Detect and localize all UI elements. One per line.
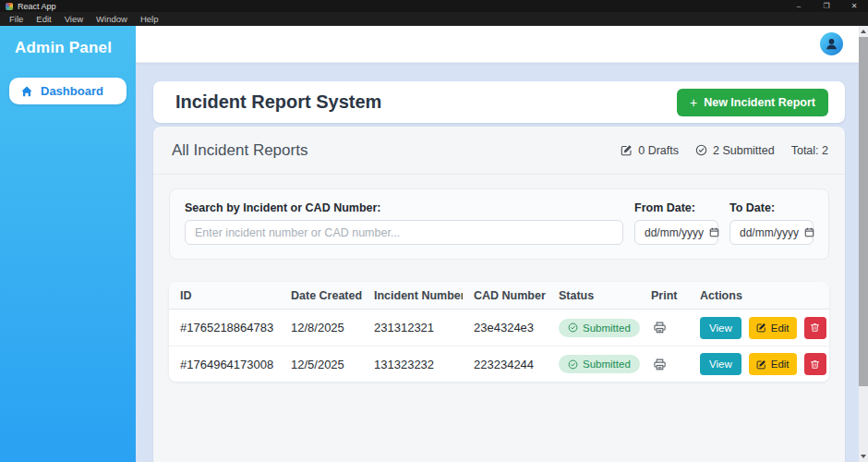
cell-date-created: 12/5/2025 [280, 358, 363, 371]
app-icon [6, 3, 13, 10]
search-label: Search by Incident or CAD Number: [185, 201, 623, 214]
cell-cad-number: 23e4324e3 [463, 321, 548, 334]
content-area: Incident Report System + New Incident Re… [136, 63, 859, 462]
menu-window[interactable]: Window [96, 14, 127, 24]
check-circle-icon [568, 322, 578, 333]
printer-icon [653, 321, 667, 334]
cell-status: Submitted [548, 319, 640, 337]
menu-edit[interactable]: Edit [36, 14, 51, 24]
main-area: Incident Report System + New Incident Re… [136, 26, 859, 462]
minimize-button[interactable]: – [785, 0, 813, 12]
restore-button[interactable]: ❐ [813, 0, 840, 12]
view-button[interactable]: View [700, 353, 741, 375]
cell-id: #1765218864783 [169, 321, 280, 334]
search-field-group: Search by Incident or CAD Number: [185, 201, 623, 245]
to-date-group: To Date: dd/mm/yyyy [729, 201, 814, 245]
cell-print [640, 321, 689, 334]
total-stat: Total: 2 [791, 144, 828, 157]
menu-file[interactable]: File [9, 14, 23, 24]
status-badge: Submitted [559, 319, 640, 337]
status-badge: Submitted [559, 355, 640, 373]
total-count: Total: 2 [791, 144, 828, 157]
cell-status: Submitted [548, 355, 640, 373]
search-input[interactable] [185, 220, 623, 245]
from-date-group: From Date: dd/mm/yyyy [634, 201, 718, 245]
drafts-count: 0 Drafts [638, 144, 679, 157]
app-body: Admin Panel Dashboard Incident Report Sy… [0, 26, 868, 462]
scrollbar-track[interactable] [859, 37, 868, 451]
sidebar-item-label: Dashboard [41, 84, 103, 98]
vertical-scrollbar[interactable] [859, 26, 868, 462]
table-header-row: ID Date Created Incident Number CAD Numb… [169, 282, 829, 310]
close-button[interactable]: ✕ [840, 0, 868, 12]
sidebar-title: Admin Panel [9, 37, 127, 57]
drafts-stat: 0 Drafts [621, 144, 679, 157]
sidebar-item-dashboard[interactable]: Dashboard [9, 78, 127, 104]
sidebar: Admin Panel Dashboard [0, 26, 136, 462]
top-bar [136, 26, 859, 63]
pencil-square-icon [756, 359, 766, 370]
cell-incident-number: 131323232 [363, 358, 463, 371]
edit-button[interactable]: Edit [749, 317, 797, 339]
to-date-input[interactable]: dd/mm/yyyy [729, 220, 814, 245]
house-icon [20, 85, 33, 98]
delete-button[interactable] [804, 317, 826, 339]
page-title: Incident Report System [175, 91, 381, 113]
user-avatar[interactable] [820, 32, 843, 55]
reports-section-header: All Incident Reports 0 Drafts 2 Submitte… [153, 127, 845, 175]
edit-label: Edit [771, 322, 790, 334]
scroll-up-arrow-icon[interactable] [859, 26, 868, 37]
menu-help[interactable]: Help [140, 14, 159, 24]
header-cad-number: CAD Number [463, 289, 548, 302]
check-circle-icon [568, 359, 578, 370]
scrollbar-thumb[interactable] [859, 37, 868, 386]
actions-group: View Edit [700, 353, 829, 375]
pencil-square-icon [621, 144, 633, 156]
print-button[interactable] [651, 321, 667, 334]
window-controls: – ❐ ✕ [785, 0, 868, 12]
cell-incident-number: 231312321 [363, 321, 463, 334]
status-label: Submitted [583, 359, 631, 370]
plus-icon: + [690, 98, 697, 107]
print-button[interactable] [651, 358, 667, 371]
pencil-square-icon [756, 322, 766, 333]
to-date-value: dd/mm/yyyy [740, 226, 799, 239]
printer-icon [653, 358, 667, 371]
submitted-count: 2 Submitted [713, 144, 775, 157]
calendar-icon[interactable] [709, 227, 719, 237]
check-circle-icon [695, 144, 707, 156]
table-row: #1765218864783 12/8/2025 231312321 23e43… [169, 310, 829, 346]
submitted-stat: 2 Submitted [695, 144, 775, 157]
reports-section-card: All Incident Reports 0 Drafts 2 Submitte… [153, 127, 845, 462]
menu-bar: File Edit View Window Help [0, 12, 868, 26]
trash-icon [810, 359, 820, 370]
cell-date-created: 12/8/2025 [280, 321, 363, 334]
from-date-value: dd/mm/yyyy [645, 226, 704, 239]
from-date-input[interactable]: dd/mm/yyyy [634, 220, 718, 245]
new-report-label: New Incident Report [704, 96, 815, 109]
status-label: Submitted [583, 322, 631, 334]
menu-view[interactable]: View [65, 14, 83, 24]
to-date-label: To Date: [729, 201, 814, 214]
header-incident-number: Incident Number [363, 289, 463, 302]
scroll-down-arrow-icon[interactable] [859, 451, 868, 462]
page-header-card: Incident Report System + New Incident Re… [153, 81, 845, 123]
header-print: Print [640, 289, 689, 302]
app-window: React App – ❐ ✕ File Edit View Window He… [0, 0, 868, 462]
trash-icon [810, 322, 820, 333]
reports-stats: 0 Drafts 2 Submitted Total: 2 [621, 144, 828, 157]
header-status: Status [548, 289, 640, 302]
window-title: React App [18, 2, 56, 11]
view-button[interactable]: View [700, 317, 741, 339]
cell-cad-number: 223234244 [463, 358, 548, 371]
cell-actions: View Edit [689, 317, 829, 339]
reports-table: ID Date Created Incident Number CAD Numb… [169, 282, 829, 382]
header-date-created: Date Created [280, 289, 363, 302]
edit-button[interactable]: Edit [749, 353, 797, 375]
delete-button[interactable] [804, 353, 826, 375]
cell-actions: View Edit [689, 353, 829, 375]
header-id: ID [169, 289, 280, 302]
calendar-icon[interactable] [804, 227, 814, 237]
table-row: #1764964173008 12/5/2025 131323232 22323… [169, 346, 829, 382]
new-incident-report-button[interactable]: + New Incident Report [677, 89, 828, 116]
